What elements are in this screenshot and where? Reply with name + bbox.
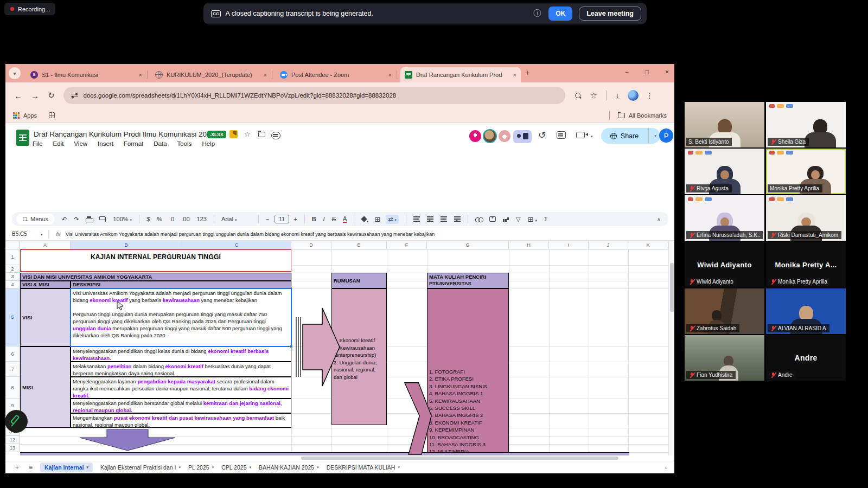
reload-icon[interactable]: ↻ xyxy=(48,91,55,100)
formula-input[interactable]: Visi Universitas Amikom Yogyakarta adala… xyxy=(66,232,674,237)
row-header-2[interactable]: 2 xyxy=(5,265,20,273)
number-format-icon[interactable]: 123 xyxy=(197,216,207,222)
vertical-align-icon[interactable] xyxy=(427,216,433,222)
insert-link-icon[interactable] xyxy=(475,217,482,221)
meet-camera-icon[interactable] xyxy=(576,132,585,138)
col-header-B[interactable]: B xyxy=(71,241,182,249)
row-header-12[interactable]: 12 xyxy=(5,436,20,444)
font-select[interactable]: Arial xyxy=(221,216,251,222)
cell-rumusan-header[interactable]: RUMUSAN xyxy=(331,273,387,288)
drive-shortcut-icon[interactable] xyxy=(229,130,238,138)
menu-insert[interactable]: Insert xyxy=(98,140,113,147)
cell-hdr-deskripsi[interactable]: DESKRIPSI xyxy=(71,281,291,288)
menu-view[interactable]: View xyxy=(74,140,87,147)
row-header-4[interactable]: 4 xyxy=(5,281,20,288)
name-box-dropdown-icon[interactable] xyxy=(39,231,43,237)
participant-tile[interactable]: Andre Andre xyxy=(766,335,846,381)
downloads-icon[interactable]: ↓ xyxy=(615,92,620,99)
zoom-select[interactable]: 100% xyxy=(113,216,132,222)
row-header-8[interactable]: 8 xyxy=(5,377,20,399)
collaborator-avatar[interactable] xyxy=(497,129,512,143)
recording-indicator[interactable]: Recording... xyxy=(4,3,55,15)
maximize-button[interactable]: □ xyxy=(645,68,649,76)
col-header-A[interactable]: A xyxy=(20,241,71,249)
select-all-corner[interactable] xyxy=(5,241,20,249)
col-header-K[interactable]: K xyxy=(628,241,668,249)
col-header-D[interactable]: D xyxy=(291,241,331,249)
sheet-tab-bahan-kajian[interactable]: BAHAN KAJIAN 2025 xyxy=(259,464,319,471)
cell-misi-5[interactable]: Mengembangkan pusat ekonomi kreatif dan … xyxy=(71,413,291,428)
menu-help[interactable]: Help xyxy=(202,140,215,147)
insert-comment-icon[interactable] xyxy=(489,216,496,222)
col-header-G[interactable]: G xyxy=(427,241,509,249)
undo-icon[interactable]: ↶ xyxy=(62,216,67,223)
share-button[interactable]: Share xyxy=(601,128,648,144)
percent-format-icon[interactable]: % xyxy=(157,216,162,222)
print-icon[interactable] xyxy=(86,216,92,222)
info-icon[interactable]: ⓘ xyxy=(533,9,541,18)
collaborator-avatar[interactable] xyxy=(483,129,497,143)
tab-close-icon[interactable]: × xyxy=(264,72,267,78)
browser-tab-3[interactable]: Post Attendee - Zoom × xyxy=(276,67,396,82)
cell-misi-4[interactable]: Menyelenggarakan pendidikan berstandar g… xyxy=(71,399,291,413)
participant-tile[interactable]: Riski Damastuti_Amikom xyxy=(766,195,846,241)
paint-format-icon[interactable] xyxy=(99,216,106,222)
col-header-C[interactable]: C xyxy=(182,241,291,249)
name-box[interactable]: B5:C5 xyxy=(5,231,39,237)
filter-icon[interactable]: ▽ xyxy=(516,216,520,223)
text-wrap-icon[interactable] xyxy=(441,216,447,222)
merge-cells-icon[interactable]: ⇄ xyxy=(386,215,399,224)
text-rotation-icon[interactable] xyxy=(454,216,461,222)
bookmark-grid-icon[interactable] xyxy=(49,112,55,118)
horizontal-scrollbar[interactable] xyxy=(5,455,674,461)
back-icon[interactable]: ← xyxy=(14,91,22,100)
col-header-J[interactable]: J xyxy=(589,241,628,249)
browser-tab-2[interactable]: KURIKULUM_2020_(Terupdate) × xyxy=(151,67,271,82)
collapse-toolbar-icon[interactable]: ∧ xyxy=(657,216,661,222)
sheet-tab-cpl-2025[interactable]: CPL 2025 xyxy=(221,464,251,471)
fill-color-icon[interactable] xyxy=(361,216,367,222)
participant-tile[interactable]: Erfina Nurussa'adah, S.K.. xyxy=(685,195,764,241)
comments-icon[interactable] xyxy=(557,131,566,139)
apps-label[interactable]: Apps xyxy=(23,112,37,119)
sheet-tab-kajian-eksternal[interactable]: Kajian Eksternal Praktisi dan I xyxy=(100,464,181,471)
camera-dropdown-icon[interactable] xyxy=(589,131,593,139)
participant-tile[interactable]: Fian Yudhistira xyxy=(685,335,764,381)
row-header-13[interactable]: 13 xyxy=(5,444,20,452)
all-bookmarks-label[interactable]: All Bookmarks xyxy=(629,112,667,119)
strikethrough-icon[interactable]: S xyxy=(332,216,336,222)
row-header-3[interactable]: 3 xyxy=(5,273,20,281)
bold-icon[interactable]: B xyxy=(312,216,316,222)
cell-mata-kuliah-body[interactable]: 1. FOTOGRAFI 2. ETIKA PROFESI 3. LINGKUN… xyxy=(427,288,509,455)
site-info-icon[interactable] xyxy=(71,93,78,99)
col-header-E[interactable]: E xyxy=(331,241,387,249)
menu-data[interactable]: Data xyxy=(154,140,167,147)
all-sheets-icon[interactable]: ≡ xyxy=(29,464,33,471)
share-dropdown-icon[interactable] xyxy=(648,128,660,144)
participant-tile[interactable]: S. Bekti Istiyanto xyxy=(685,102,764,147)
new-tab-button[interactable]: + xyxy=(525,68,529,77)
participant-tile-active-speaker[interactable]: Monika Pretty Aprilia xyxy=(766,149,846,194)
row-header-5[interactable]: 5 xyxy=(5,288,20,346)
menu-format[interactable]: Format xyxy=(124,140,143,147)
sheet-tab-deskripsi-mk[interactable]: DESKRIPSI MATA KULIAH xyxy=(327,464,400,471)
cell-rumusan-body[interactable]: 1. Ekonomi kreatif 2. Kewirausahaan (ent… xyxy=(331,288,387,425)
cell-misi-1[interactable]: Menyelenggarakan pendidikan tinggi kelas… xyxy=(71,346,291,362)
toolbar-search[interactable]: Menus xyxy=(16,214,55,224)
cell-misi-2[interactable]: Melaksanakan penelitian dalam bidang eko… xyxy=(71,362,291,377)
document-title[interactable]: Draf Rancangan Kurikulum Prodi Ilmu Komu… xyxy=(34,130,215,138)
row-header-6[interactable]: 6 xyxy=(5,346,20,362)
functions-icon[interactable]: Σ xyxy=(544,216,548,222)
browser-tab-1[interactable]: S S1 - Ilmu Komunikasi × xyxy=(26,67,146,82)
vertical-scrollbar[interactable] xyxy=(668,241,674,455)
tab-close-icon[interactable]: × xyxy=(139,72,142,78)
annotate-button[interactable] xyxy=(5,410,28,433)
presenting-indicator-icon[interactable] xyxy=(513,130,532,143)
browser-profile-avatar[interactable] xyxy=(628,90,639,101)
collaborator-avatar[interactable] xyxy=(468,129,482,143)
scroll-tabs-left-icon[interactable]: ‹ xyxy=(665,465,667,471)
close-window-button[interactable]: × xyxy=(665,68,669,76)
sheet-tab-kajian-internal[interactable]: Kajian Internal xyxy=(40,463,93,472)
horizontal-align-icon[interactable] xyxy=(413,216,420,222)
table-views-icon[interactable]: ⊞ xyxy=(527,215,537,223)
